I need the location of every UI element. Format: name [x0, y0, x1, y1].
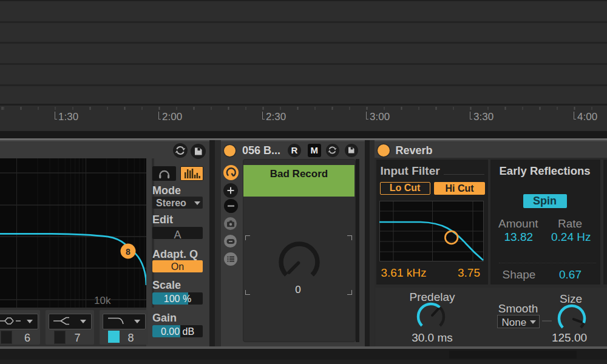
svg-text:8: 8 — [126, 247, 131, 257]
svg-text:10k: 10k — [94, 295, 111, 306]
